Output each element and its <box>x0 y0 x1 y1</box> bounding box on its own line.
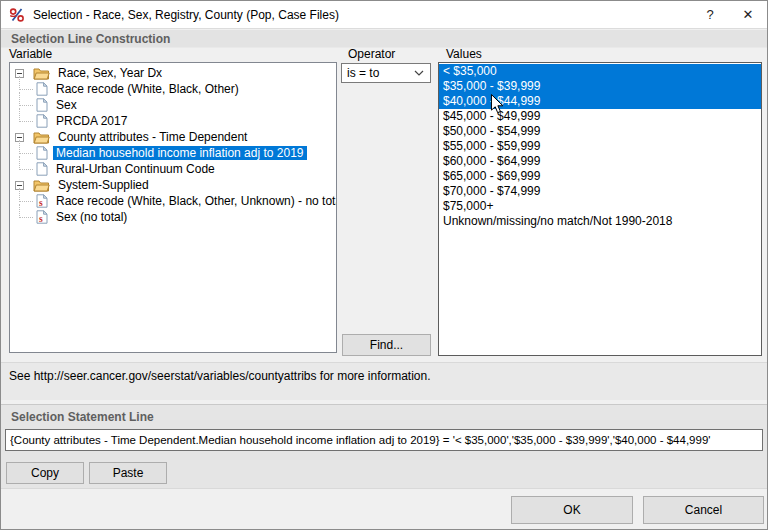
copy-button[interactable]: Copy <box>6 462 84 484</box>
tree-item[interactable]: Race, Sex, Year Dx <box>10 65 336 81</box>
info-bar: See http://seer.cancer.gov/seerstat/vari… <box>1 362 767 400</box>
tree-connector-line <box>19 156 33 170</box>
close-button[interactable]: ✕ <box>729 1 767 28</box>
tree-connector-line <box>19 204 33 218</box>
values-item[interactable]: $65,000 - $69,999 <box>439 169 761 184</box>
window-title: Selection - Race, Sex, Registry, County … <box>33 8 339 22</box>
values-item[interactable]: $55,000 - $59,999 <box>439 139 761 154</box>
tree-item-label[interactable]: System-Supplied <box>55 178 152 192</box>
tree-item[interactable]: Race recode (White, Black, Other) <box>10 81 336 97</box>
values-item[interactable]: $40,000 - $44,999 <box>439 94 761 109</box>
document-icon <box>36 82 48 96</box>
construction-section-header: Selection Line Construction <box>1 30 767 48</box>
document-icon <box>36 114 48 128</box>
values-item[interactable]: $70,000 - $74,999 <box>439 184 761 199</box>
system-doc-icon: s <box>36 210 48 224</box>
titlebar: Selection - Race, Sex, Registry, County … <box>1 1 767 29</box>
values-label: Values <box>446 47 482 61</box>
tree-item[interactable]: Sex <box>10 97 336 113</box>
chevron-down-icon <box>414 70 424 76</box>
values-item[interactable]: < $35,000 <box>439 64 761 79</box>
values-item[interactable]: $75,000+ <box>439 199 761 214</box>
folder-icon <box>33 179 50 192</box>
info-text: See http://seer.cancer.gov/seerstat/vari… <box>9 369 431 383</box>
help-button[interactable]: ? <box>691 1 729 28</box>
tree-item[interactable]: sSex (no total) <box>10 209 336 225</box>
document-icon <box>36 162 48 176</box>
cancel-button[interactable]: Cancel <box>643 496 764 524</box>
document-icon <box>36 146 48 160</box>
tree-connector-line <box>19 92 33 106</box>
tree-item-label[interactable]: County attributes - Time Dependent <box>55 130 250 144</box>
statement-section-header: Selection Statement Line <box>1 405 767 424</box>
find-button[interactable]: Find... <box>342 334 431 356</box>
tree-item-label[interactable]: PRCDA 2017 <box>53 114 130 128</box>
operator-combobox[interactable]: is = to <box>341 63 431 83</box>
values-item[interactable]: $50,000 - $54,999 <box>439 124 761 139</box>
tree-connector-line <box>19 76 33 90</box>
system-doc-icon: s <box>36 194 48 208</box>
tree-item[interactable]: County attributes - Time Dependent <box>10 129 336 145</box>
tree-connector-line <box>19 140 33 154</box>
values-listbox[interactable]: < $35,000$35,000 - $39,999$40,000 - $44,… <box>438 62 762 356</box>
paste-button[interactable]: Paste <box>89 462 167 484</box>
tree-item[interactable]: PRCDA 2017 <box>10 113 336 129</box>
folder-icon <box>33 131 50 144</box>
operator-selected-value: is = to <box>347 66 379 80</box>
svg-text:s: s <box>39 214 43 224</box>
tree-item[interactable]: System-Supplied <box>10 177 336 193</box>
tree-connector-line <box>19 108 33 122</box>
seerstat-app-icon <box>9 7 25 23</box>
values-item[interactable]: $60,000 - $64,999 <box>439 154 761 169</box>
values-item[interactable]: $35,000 - $39,999 <box>439 79 761 94</box>
values-item[interactable]: $45,000 - $49,999 <box>439 109 761 124</box>
tree-item[interactable]: Median household income inflation adj to… <box>10 145 336 161</box>
variable-label: Variable <box>9 47 52 61</box>
tree-item-label[interactable]: Sex <box>53 98 80 112</box>
tree-item-label[interactable]: Rural-Urban Continuum Code <box>53 162 218 176</box>
selection-dialog: Selection - Race, Sex, Registry, County … <box>0 0 768 530</box>
statement-input[interactable] <box>5 429 763 451</box>
tree-item-label[interactable]: Sex (no total) <box>53 210 130 224</box>
tree-item[interactable]: Rural-Urban Continuum Code <box>10 161 336 177</box>
document-icon <box>36 98 48 112</box>
values-item[interactable]: Unknown/missing/no match/Not 1990-2018 <box>439 214 761 229</box>
tree-item-label[interactable]: Race, Sex, Year Dx <box>55 66 165 80</box>
svg-text:s: s <box>39 198 43 208</box>
tree-connector-line <box>19 188 33 202</box>
titlebar-buttons: ? ✕ <box>691 1 767 28</box>
tree-item-label[interactable]: Median household income inflation adj to… <box>53 146 307 160</box>
tree-item-label[interactable]: Race recode (White, Black, Other, Unknow… <box>53 194 337 208</box>
folder-icon <box>33 67 50 80</box>
operator-label: Operator <box>348 47 395 61</box>
tree-item[interactable]: sRace recode (White, Black, Other, Unkno… <box>10 193 336 209</box>
variable-tree[interactable]: Race, Sex, Year DxRace recode (White, Bl… <box>9 62 337 353</box>
tree-item-label[interactable]: Race recode (White, Black, Other) <box>53 82 242 96</box>
ok-button[interactable]: OK <box>511 496 633 524</box>
